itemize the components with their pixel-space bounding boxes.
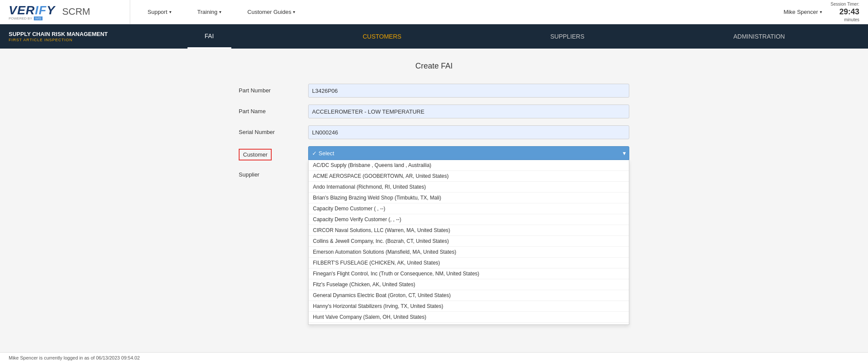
supplier-label: Supplier [239,171,308,178]
training-nav[interactable]: Training ▾ [197,9,221,15]
customer-row: Customer ✓ Select ▾ AC/DC Supply (Brisba… [239,146,629,160]
top-right-area: Mike Spencer ▾ Session Timer: 29:43 minu… [783,1,859,23]
serial-number-input[interactable] [308,125,629,139]
logo-verify: VERIFY SCRM POWERED BY IVIS [9,3,90,20]
part-name-row: Part Name [239,105,629,118]
select-label: Select [319,150,334,157]
chevron-down-icon: ▾ [623,150,626,157]
part-number-input[interactable] [308,84,629,98]
training-caret: ▾ [219,10,221,14]
part-number-row: Part Number [239,84,629,98]
customer-option[interactable]: AC/DC Supply (Brisbane , Queens land , A… [309,160,629,171]
part-name-label: Part Name [239,105,308,114]
part-name-input[interactable] [308,105,629,118]
customer-option[interactable]: CIRCOR Naval Solutions, LLC (Warren, MA,… [309,225,629,236]
customer-guides-caret: ▾ [293,10,295,14]
customer-dropdown-list: AC/DC Supply (Brisbane , Queens land , A… [308,160,629,325]
status-bar: Mike Spencer is currently logged in as o… [0,352,868,363]
customer-option[interactable]: Fitz's Fuselage (Chicken, AK, United Sta… [309,279,629,290]
form-container: Create FAI Part Number Part Name Serial … [239,62,629,181]
customer-option[interactable]: Emerson Automation Solutions (Mansfield,… [309,247,629,258]
customer-option[interactable]: Hunt Valve Company (Salem, OH, United St… [309,312,629,323]
top-navigation: Support ▾ Training ▾ Customer Guides ▾ [130,0,783,24]
customer-option[interactable]: Finegan's Flight Control, Inc (Truth or … [309,268,629,279]
nav-suppliers[interactable]: SUPPLIERS [533,24,602,49]
select-checkmark: ✓ [312,150,317,157]
customer-option[interactable]: Capacity Demo Verify Customer (, , --) [309,214,629,225]
support-caret: ▾ [169,10,171,14]
customer-select-container: ✓ Select ▾ AC/DC Supply (Brisbane , Quee… [308,146,629,160]
customer-option[interactable]: Brian's Blazing Brazing Weld Shop (Timbu… [309,193,629,203]
customer-label: Customer [239,149,272,160]
customer-option[interactable]: Capacity Demo Customer ( , --) [309,203,629,214]
serial-number-row: Serial Number [239,125,629,139]
nav-fai[interactable]: FAI [187,24,231,49]
main-nav-items: FAI CUSTOMERS SUPPLIERS ADMINISTRATION [130,24,859,49]
nav-customers[interactable]: CUSTOMERS [345,24,419,49]
top-bar: VERIFY SCRM POWERED BY IVIS Support ▾ Tr… [0,0,868,24]
customer-option[interactable]: Ando International (Richmond, RI, United… [309,182,629,193]
verify-text: VERIFY [9,3,55,17]
customer-option[interactable]: ACME AEROSPACE (GOOBERTOWN, AR, United S… [309,171,629,182]
serial-number-label: Serial Number [239,125,308,135]
customer-option[interactable]: FILBERT'S FUSELAGE (CHICKEN, AK, United … [309,258,629,268]
form-title: Create FAI [239,62,629,71]
customer-option[interactable]: Collins & Jewell Company, Inc. (Bozrah, … [309,236,629,247]
customer-label-box: Customer [239,146,308,160]
part-number-label: Part Number [239,84,308,94]
customer-option[interactable]: Huntington Ingalls Industries - Newport … [309,323,629,325]
customer-select-header[interactable]: ✓ Select ▾ [308,146,629,160]
user-menu[interactable]: Mike Spencer ▾ [783,9,822,15]
logo-area: VERIFY SCRM POWERED BY IVIS [9,0,130,24]
customer-guides-nav[interactable]: Customer Guides ▾ [247,9,295,15]
brand-area: SUPPLY CHAIN RISK MANAGEMENT FIRST ARTIC… [9,31,130,42]
customer-option[interactable]: General Dynamics Electric Boat (Groton, … [309,290,629,301]
main-navigation: SUPPLY CHAIN RISK MANAGEMENT FIRST ARTIC… [0,24,868,49]
scrm-text: SCRM [62,6,90,17]
customer-option[interactable]: Hanny's Horizontal Stabilizers (Irving, … [309,301,629,312]
nav-administration[interactable]: ADMINISTRATION [716,24,802,49]
session-info: Session Timer: 29:43 minutes [831,1,859,23]
content-area: Create FAI Part Number Part Name Serial … [0,49,868,363]
ivis-badge: IVIS [34,16,42,20]
support-nav[interactable]: Support ▾ [148,9,171,15]
user-caret: ▾ [820,10,822,14]
